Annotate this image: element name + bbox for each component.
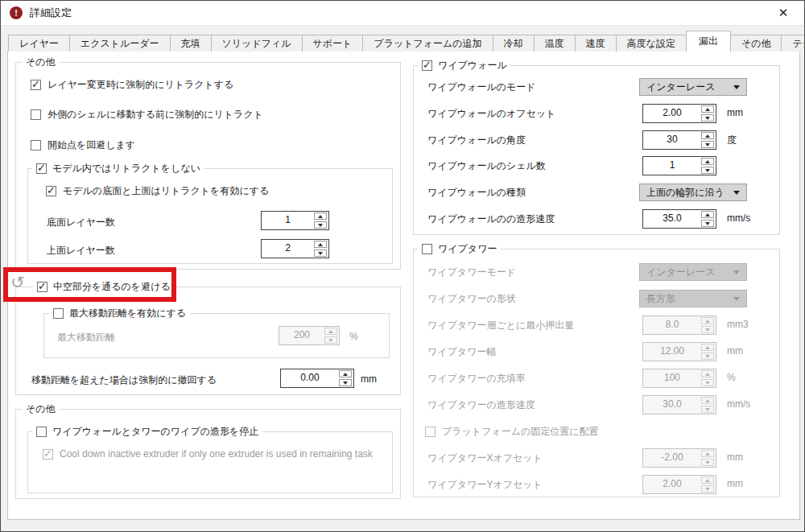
checkbox-icon[interactable]	[53, 308, 64, 319]
group-title: その他	[26, 56, 56, 69]
spinner[interactable]: 1	[642, 156, 716, 175]
group-title: モデル内ではリトラクトをしない	[52, 162, 200, 175]
tab-4[interactable]: サポート	[302, 35, 364, 52]
spinner-up-button[interactable]	[701, 211, 714, 218]
reset-icon[interactable]: ↺	[10, 274, 25, 291]
spinner-up-button	[701, 370, 714, 377]
checkbox-icon[interactable]	[31, 140, 41, 151]
checkbox-icon[interactable]	[36, 163, 47, 174]
tab-11[interactable]: その他	[730, 35, 782, 52]
tab-6[interactable]: 冷却	[493, 35, 535, 52]
spinner-up-button[interactable]	[701, 105, 714, 113]
tab-10[interactable]: 漏出	[686, 31, 731, 52]
tab-8[interactable]: 速度	[575, 35, 617, 52]
tab-9[interactable]: 高度な設定	[616, 35, 687, 52]
spinner-value: 12.00	[643, 343, 701, 361]
dropdown-value: 長方形	[646, 292, 733, 306]
spinner-up-button	[324, 328, 337, 335]
group-stop-wipe-legend[interactable]: ワイプウォールとタワーのワイプの造形を停止	[32, 425, 262, 438]
setting-label: 底面レイヤー数	[47, 216, 115, 229]
spinner: 2.00	[642, 475, 716, 494]
chevron-down-icon	[733, 270, 740, 274]
spinner[interactable]: 2.00	[642, 104, 716, 123]
spinner-down-button[interactable]	[701, 220, 714, 227]
group-title: ワイプウォール	[438, 59, 507, 72]
tab-7[interactable]: 温度	[534, 35, 576, 52]
spinner-up-button[interactable]	[701, 158, 714, 165]
spinner-down-button[interactable]	[314, 221, 327, 229]
spinner-down-button[interactable]	[339, 379, 352, 386]
spinner-up-button[interactable]	[339, 370, 352, 377]
spinner-value: 200	[279, 327, 324, 344]
spinner-value[interactable]: 35.0	[643, 210, 701, 228]
group-max-travel-legend[interactable]: 最大移動距離を有効にする	[49, 307, 190, 320]
spinner-value[interactable]: 1	[262, 212, 314, 229]
checkbox-icon[interactable]	[31, 109, 41, 120]
dropdown[interactable]: インターレース	[639, 78, 747, 96]
spinner-value[interactable]: 0.00	[281, 369, 339, 387]
group-title: 最大移動距離を有効にする	[69, 307, 186, 320]
spinner[interactable]: 30	[642, 130, 716, 150]
setting-label: ワイプウォールのモード	[427, 80, 536, 94]
unit-label: mm	[727, 345, 743, 357]
spinner-up-button[interactable]	[314, 212, 327, 220]
spinner-down-button[interactable]	[701, 167, 714, 174]
spinner-up-button[interactable]	[314, 241, 327, 248]
tab-5[interactable]: プラットフォームの追加	[362, 35, 493, 52]
bottom-layers-spinner[interactable]: 1	[261, 211, 329, 230]
spinner-value[interactable]: 2.00	[643, 105, 701, 122]
checkbox-icon[interactable]	[422, 60, 432, 71]
spinner-value: 100	[643, 369, 701, 387]
top-layers-spinner[interactable]: 2	[261, 239, 329, 258]
unit-label: mm3	[727, 319, 749, 330]
spinner-up-button[interactable]	[701, 132, 714, 139]
spinner: 8.0	[642, 315, 716, 335]
spinner-up-button	[701, 397, 714, 404]
unit-label: 度	[727, 134, 737, 147]
checkbox-icon[interactable]	[422, 244, 432, 254]
close-icon[interactable]: ✕	[771, 6, 795, 20]
dropdown-value: 上面の輪郭に沿う	[646, 186, 733, 200]
checkbox-icon[interactable]	[37, 282, 47, 292]
checkbox-icon[interactable]	[31, 80, 41, 90]
checkbox-enable-retract-top-bottom[interactable]: モデルの底面と上面はリトラクトを有効にする	[46, 184, 269, 198]
tab-2[interactable]: 充填	[170, 35, 212, 52]
group-wipe-wall-legend[interactable]: ワイプウォール	[418, 59, 511, 72]
setting-label: ワイプウォールのオフセット	[427, 107, 555, 121]
spinner[interactable]: 35.0	[642, 209, 716, 229]
spinner: 12.00	[642, 342, 716, 361]
tab-0[interactable]: レイヤー	[8, 35, 70, 52]
dropdown: 長方形	[639, 290, 747, 307]
spinner-up-button	[701, 317, 714, 324]
checkbox-force-retract-before-outer-shell[interactable]: 外側のシェルに移動する前に強制的にリトラクト	[31, 108, 263, 122]
dropdown[interactable]: 上面の輪郭に沿う	[639, 184, 747, 201]
group-title: ワイプタワー	[438, 242, 497, 256]
checkbox-label: モデルの底面と上面はリトラクトを有効にする	[63, 184, 269, 198]
spinner-down-button[interactable]	[701, 114, 714, 122]
spinner-value[interactable]: 1	[643, 157, 701, 175]
spinner-value[interactable]: 2	[262, 240, 314, 258]
spinner: 100	[642, 369, 716, 388]
checkbox-icon[interactable]	[36, 427, 47, 437]
spinner-value[interactable]: 30	[643, 131, 701, 149]
tab-1[interactable]: エクストルーダー	[69, 35, 171, 52]
checkbox-force-retract-on-layer-change[interactable]: レイヤー変更時に強制的にリトラクトする	[31, 78, 233, 92]
spinner-value: -2.00	[643, 449, 701, 467]
tab-12[interactable]: テクスチャ	[781, 35, 805, 52]
tab-3[interactable]: ソリッドフィル	[211, 35, 303, 52]
chevron-down-icon	[733, 85, 740, 89]
spinner-value: 2.00	[643, 476, 701, 493]
unit-label: mm	[727, 452, 743, 463]
setting-label: ワイプウォールのの造形速度	[427, 212, 555, 226]
spinner-value: 8.0	[643, 316, 701, 334]
force-retract-distance-spinner[interactable]: 0.00	[280, 369, 354, 388]
checkbox-icon[interactable]	[46, 186, 56, 196]
spinner-down-button[interactable]	[314, 250, 327, 257]
spinner-down-button[interactable]	[701, 141, 714, 148]
unit-label: mm/s	[727, 398, 750, 410]
group-no-retract-legend[interactable]: モデル内ではリトラクトをしない	[32, 162, 204, 175]
group-wipe-tower-legend[interactable]: ワイプタワー	[418, 242, 501, 255]
setting-label: ワイプタワー幅	[427, 345, 496, 359]
checkbox-avoid-start-point[interactable]: 開始点を回避します	[31, 138, 135, 152]
group-avoid-hollow-legend[interactable]: 中空部分を通るのを避ける	[33, 280, 175, 293]
